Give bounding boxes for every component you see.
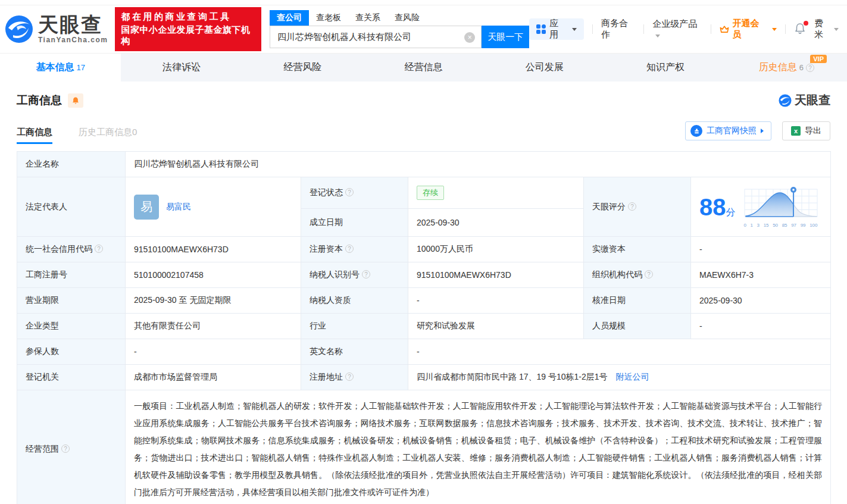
company-type-label: 企业类型 — [17, 314, 126, 339]
staff-size-label: 人员规模 — [584, 314, 691, 339]
header: 天眼查 TianYanCha.com 都在用的商业查询工具 国家中小企业发展子基… — [0, 5, 847, 53]
paid-capital-value: - — [691, 237, 831, 262]
tab-company-development[interactable]: 公司发展 — [484, 54, 605, 82]
notifications-bell-icon[interactable] — [794, 23, 806, 36]
logo-title: 天眼查 — [38, 14, 108, 35]
taxpayer-qualification-label: 纳税人资质 — [301, 288, 408, 314]
nearby-companies-link[interactable]: 附近公司 — [615, 372, 649, 381]
search-button[interactable]: 天眼一下 — [482, 26, 529, 48]
search-tab-risk[interactable]: 查风险 — [387, 10, 427, 26]
official-snapshot-button[interactable]: 工商官网快照 — [685, 121, 771, 140]
vip-upgrade-link[interactable]: 开通会员 — [720, 18, 777, 40]
tab-count: 6 — [799, 63, 804, 72]
reg-status-value: 存续 — [408, 177, 584, 209]
tab-label: 经营信息 — [404, 61, 442, 74]
help-icon[interactable]: ? — [345, 188, 354, 196]
help-icon[interactable]: ? — [628, 202, 636, 211]
help-icon[interactable]: ? — [362, 270, 370, 278]
tab-history-info[interactable]: VIP 历史信息 6 ? — [726, 54, 847, 82]
company-name-value: 四川芯烨智创机器人科技有限公司 — [126, 152, 831, 177]
tab-label: 经营风险 — [283, 61, 321, 74]
tab-operation-risk[interactable]: 经营风险 — [242, 54, 363, 82]
help-icon[interactable]: ? — [95, 245, 103, 253]
chart-x-axis: 0131550859799100 — [744, 223, 818, 228]
business-term-label: 营业期限 — [17, 288, 126, 314]
help-icon[interactable]: ? — [61, 444, 70, 453]
crown-icon — [720, 25, 729, 34]
help-icon[interactable]: ? — [345, 245, 354, 253]
tab-intellectual-property[interactable]: 知识产权 — [605, 54, 726, 82]
reg-authority-value: 成都市市场监督管理局 — [126, 365, 301, 390]
reg-number-label: 工商注册号 — [17, 262, 126, 288]
legal-rep-link[interactable]: 易富民 — [166, 202, 191, 212]
vip-label: 开通会员 — [732, 18, 766, 40]
export-label: 导出 — [805, 126, 821, 136]
logo-domain: TianYanCha.com — [38, 36, 108, 44]
search-tab-company[interactable]: 查公司 — [270, 10, 309, 26]
tab-operation-info[interactable]: 经营信息 — [363, 54, 484, 82]
nav-enterprise[interactable]: 企业级产品 — [652, 18, 702, 40]
tab-label: 基本信息 — [36, 61, 74, 74]
reg-address-value: 四川省成都市简阳市民中路 17、19 号10栋1-2层1号 附近公司 — [408, 365, 831, 390]
help-icon[interactable]: ? — [645, 270, 653, 278]
label-text: 天眼评分 — [592, 202, 626, 211]
divider — [592, 24, 593, 34]
export-button[interactable]: x 导出 — [782, 121, 830, 140]
address-text: 四川省成都市简阳市民中路 17、19 号10栋1-2层1号 — [417, 372, 608, 381]
apps-grid-icon — [536, 24, 546, 34]
english-name-label: 英文名称 — [301, 339, 408, 365]
subtab-business-info[interactable]: 工商信息 — [17, 127, 52, 144]
tianyancha-logo-icon — [5, 15, 33, 43]
brand-banner: 都在用的商业查询工具 国家中小企业发展子基金旗下机构 — [115, 7, 261, 51]
table-row: 法定代表人 易 易富民 登记状态? 存续 天眼评分? 88分 — [17, 177, 831, 209]
business-term-value: 2025-09-30 至 无固定期限 — [126, 288, 301, 314]
apps-menu[interactable]: 应用 — [529, 18, 584, 40]
score-cell[interactable]: 88分 — [691, 177, 831, 237]
main-tab-bar: 基本信息 17 法律诉讼 经营风险 经营信息 公司发展 知识产权 VIP 历史信… — [0, 53, 847, 82]
arrow-right-icon — [761, 129, 764, 133]
staff-size-value: - — [691, 314, 831, 339]
nav-cooperation[interactable]: 商务合作 — [601, 18, 635, 40]
notification-dot — [804, 21, 808, 26]
approval-date-label: 核准日期 — [584, 288, 691, 314]
reg-capital-label: 注册资本? — [301, 237, 408, 262]
table-row: 登记机关 成都市市场监督管理局 注册地址? 四川省成都市简阳市民中路 17、19… — [17, 365, 831, 390]
establish-date-value: 2025-09-30 — [408, 209, 584, 237]
tab-label: 法律诉讼 — [162, 61, 201, 74]
tab-label: 历史信息 — [759, 61, 797, 74]
section-title: 工商信息 — [17, 93, 62, 108]
score-label: 天眼评分? — [584, 177, 691, 237]
divider — [711, 24, 711, 34]
tab-label: 知识产权 — [646, 61, 685, 74]
chevron-down-icon — [772, 28, 777, 31]
score-number: 88 — [699, 194, 726, 220]
taxpayer-id-value: 91510100MAEWX6H73D — [408, 262, 584, 288]
tab-legal-litigation[interactable]: 法律诉讼 — [121, 54, 242, 82]
table-row: 工商注册号 510100002107458 纳税人识别号? 91510100MA… — [17, 262, 831, 288]
tianyancha-watermark-icon — [779, 94, 792, 107]
insured-count-label: 参保人数 — [17, 339, 126, 365]
search-tab-relation[interactable]: 查关系 — [348, 10, 387, 26]
search-input[interactable]: 四川芯烨智创机器人科技有限公司 × — [270, 26, 482, 48]
subtab-history-business-info[interactable]: 历史工商信息0 — [79, 127, 137, 144]
apps-label: 应用 — [549, 18, 565, 40]
avatar[interactable]: 易 — [134, 195, 159, 220]
org-code-label: 组织机构代码? — [584, 262, 691, 288]
business-scope-label: 经营范围? — [17, 390, 126, 504]
help-icon[interactable]: ? — [806, 64, 814, 72]
help-icon[interactable]: ? — [345, 372, 354, 381]
search-tab-boss[interactable]: 查老板 — [309, 10, 348, 26]
tab-basic-info[interactable]: 基本信息 17 — [0, 54, 121, 82]
user-menu[interactable]: 费米 — [814, 18, 839, 40]
credit-code-label: 统一社会信用代码? — [17, 237, 126, 262]
monitor-bell-icon[interactable] — [68, 93, 83, 108]
tianyancha-logo[interactable]: 天眼查 TianYanCha.com — [5, 14, 108, 44]
taxpayer-id-label: 纳税人识别号? — [301, 262, 408, 288]
clear-search-icon[interactable]: × — [464, 32, 475, 43]
business-scope-value: 一般项目：工业机器人制造；智能机器人的研发；软件开发；人工智能基础软件开发；人工… — [126, 390, 831, 504]
business-info-section: 工商信息 天眼查 工商信息 历史工商信息0 工商官网快照 — [0, 92, 847, 504]
industry-value: 研究和试验发展 — [408, 314, 584, 339]
page-top-divider — [0, 0, 847, 5]
header-nav: 应用 商务合作 企业级产品 开通会员 费米 — [529, 18, 839, 40]
label-text: 经营范围 — [26, 444, 59, 453]
